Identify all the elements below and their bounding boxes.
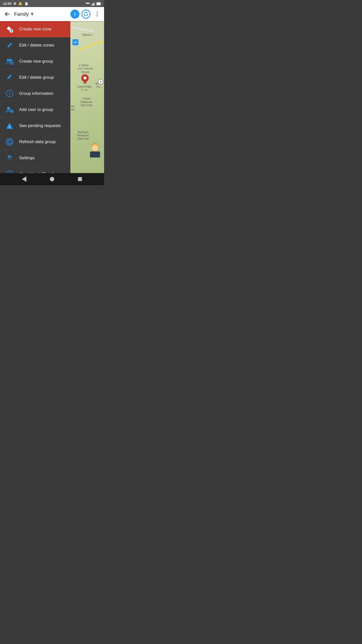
- svg-point-21: [7, 107, 10, 110]
- menu-label-about: About Look4Family: [19, 172, 56, 173]
- status-bar: 12:00 ⚙ 🔔 📋: [0, 0, 104, 7]
- map-label-stanford: Stanforc: [82, 33, 93, 36]
- menu-item-group-info[interactable]: i Group information: [0, 86, 70, 102]
- menu-label-edit-group: Edit / delete group: [19, 75, 54, 80]
- menu-item-refresh[interactable]: Refresh data group: [0, 134, 70, 150]
- info-icon: i: [5, 90, 14, 97]
- menu-item-create-zone[interactable]: Create new zone: [0, 21, 70, 37]
- avatar-head: [92, 144, 99, 151]
- back-button[interactable]: [2, 9, 12, 19]
- map-pin: [81, 74, 89, 84]
- highway-number: 280: [74, 41, 77, 44]
- info-button[interactable]: i: [70, 9, 80, 19]
- bottom-nav: [0, 173, 104, 185]
- map-label-ero: eroark: [71, 105, 75, 111]
- menu-label-create-group: Create new group: [19, 59, 53, 64]
- more-options-icon: ⋮: [94, 11, 100, 17]
- map-area[interactable]: 280 Stanforc a Valley Los TrancosWoods u…: [70, 21, 104, 173]
- svg-marker-2: [87, 5, 88, 6]
- pencil-group-icon: [5, 74, 14, 81]
- svg-rect-8: [101, 3, 101, 5]
- menu-label-pending: See pending requests: [19, 123, 61, 128]
- nav-back-button[interactable]: [19, 174, 30, 185]
- settings-status-icon: ⚙: [13, 2, 16, 6]
- menu-label-edit-zones: Edit / delete zones: [19, 43, 54, 48]
- map-label-big-basin: Big BasinRedwoodsState Park: [77, 131, 89, 140]
- svg-rect-7: [97, 3, 100, 5]
- notification-status-icon: 🔔: [18, 2, 22, 6]
- nav-back-icon: [22, 176, 26, 182]
- highway-badge-280: 280: [72, 39, 78, 45]
- svg-rect-4: [93, 4, 93, 6]
- content-area: Create new zone Edit / delete zones: [0, 21, 104, 173]
- svg-rect-3: [92, 4, 92, 6]
- menu-label-group-info: Group information: [19, 91, 53, 96]
- menu-item-settings[interactable]: Settings: [0, 150, 70, 166]
- menu-label-refresh: Refresh data group: [19, 139, 56, 144]
- svg-rect-5: [94, 3, 94, 6]
- menu-item-about[interactable]: ? About Look4Family: [0, 166, 70, 173]
- map-label-russian-ridge: ussian RidgeP...ve: [77, 85, 92, 92]
- avatar-body: [90, 151, 100, 157]
- status-right: [85, 2, 101, 6]
- nav-recents-button[interactable]: [74, 174, 85, 185]
- svg-point-29: [9, 157, 11, 159]
- user-add-icon: [5, 106, 14, 113]
- svg-text:!: !: [9, 125, 10, 129]
- pin-body: [80, 73, 90, 83]
- warning-icon: !: [5, 122, 14, 129]
- pin-inner: [83, 76, 86, 79]
- menu-label-settings: Settings: [19, 155, 34, 160]
- nav-home-button[interactable]: [47, 174, 58, 185]
- map-label-los-trancos: Los TrancosWoods: [78, 67, 93, 74]
- info-circle-icon: i: [70, 10, 79, 19]
- pencil-icon: [5, 42, 14, 49]
- clipboard-status-icon: 📋: [24, 2, 28, 6]
- app-bar-actions: i ⋮: [70, 9, 102, 19]
- menu-label-create-zone: Create new zone: [19, 27, 52, 32]
- refresh-circle-icon: [81, 10, 90, 19]
- menu-item-pending[interactable]: ! See pending requests: [0, 118, 70, 134]
- more-options-button[interactable]: ⋮: [92, 9, 102, 19]
- info-letter: i: [74, 12, 75, 17]
- refresh-menu-icon: [5, 138, 14, 146]
- refresh-button[interactable]: [81, 9, 91, 19]
- svg-point-13: [7, 59, 9, 61]
- signal-icon: [92, 2, 95, 6]
- dropdown-arrow-icon: ▼: [30, 12, 34, 17]
- drawer-menu: Create new zone Edit / delete zones: [0, 21, 70, 173]
- question-icon: ?: [5, 170, 14, 173]
- battery-icon: [97, 2, 101, 6]
- map-label-portola: PortolaRedwoodsState Park: [80, 97, 92, 107]
- svg-point-27: [6, 139, 13, 145]
- road-badge-9: 9: [98, 79, 103, 85]
- nav-home-icon: [50, 177, 54, 181]
- svg-text:i: i: [9, 92, 10, 96]
- wifi-icon: [85, 2, 90, 6]
- menu-item-edit-group[interactable]: Edit / delete group: [0, 69, 70, 86]
- gear-icon: [5, 154, 14, 162]
- app-bar-title-area[interactable]: Family ▼: [14, 11, 68, 17]
- zone-add-icon: [5, 25, 14, 33]
- app-bar: Family ▼ i ⋮: [0, 7, 104, 21]
- group-add-icon: [5, 58, 14, 65]
- avatar-figure: [89, 143, 101, 158]
- menu-item-edit-zones[interactable]: Edit / delete zones: [0, 37, 70, 53]
- group-title: Family: [14, 11, 29, 17]
- nav-recents-icon: [78, 177, 82, 181]
- menu-item-add-user[interactable]: Add user to group: [0, 102, 70, 118]
- status-time: 12:00: [3, 2, 11, 6]
- svg-text:?: ?: [8, 172, 11, 173]
- menu-item-create-group[interactable]: Create new group: [0, 53, 70, 69]
- map-label-valley: a Valley: [79, 64, 88, 67]
- menu-label-add-user: Add user to group: [19, 107, 53, 112]
- svg-rect-6: [95, 2, 95, 6]
- status-left: 12:00 ⚙ 🔔 📋: [3, 2, 28, 6]
